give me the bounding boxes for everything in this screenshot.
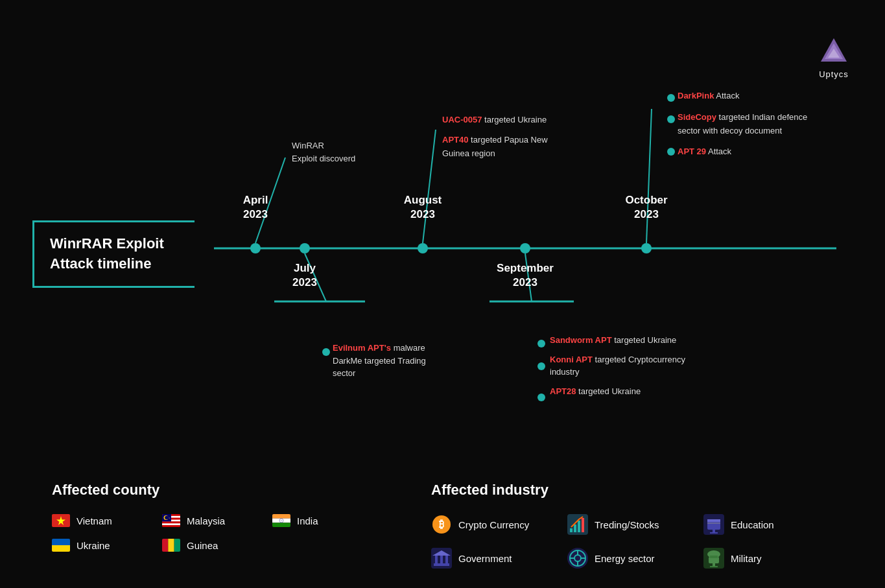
svg-rect-78 <box>710 566 718 567</box>
svg-point-35 <box>165 516 169 520</box>
april-event: WinRARExploit discoverd <box>292 139 355 165</box>
svg-text:₿: ₿ <box>439 519 444 530</box>
svg-rect-62 <box>434 563 449 566</box>
svg-point-16 <box>322 348 330 356</box>
svg-point-22 <box>667 148 675 156</box>
country-india: India <box>272 514 376 527</box>
september-label: September 2023 <box>497 255 554 290</box>
svg-point-14 <box>641 243 652 253</box>
industry-crypto-label: Crypto Currency <box>458 519 529 530</box>
industry-education: Education <box>703 514 833 535</box>
industry-education-label: Education <box>731 519 774 530</box>
main-title-text: WinrRAR Exploit Attack timeline <box>50 234 179 274</box>
svg-rect-53 <box>582 518 584 532</box>
svg-rect-42 <box>52 539 70 545</box>
country-vietnam-label: Vietnam <box>77 515 112 526</box>
energy-icon <box>567 548 588 569</box>
svg-rect-31 <box>162 523 180 525</box>
august-event-1: UAC-0057 targeted Ukraine <box>442 113 548 127</box>
flag-guinea <box>162 539 180 552</box>
country-vietnam: Vietnam <box>52 514 156 527</box>
industry-energy: Energy sector <box>567 548 697 569</box>
industry-trading: Treding/Stocks <box>567 514 697 535</box>
industry-military-label: Military <box>731 553 762 564</box>
svg-rect-51 <box>574 524 576 532</box>
education-icon <box>703 514 724 535</box>
svg-rect-59 <box>710 532 718 534</box>
logo-area: Uptycs <box>818 36 849 79</box>
bottom-section: Affected county Vietnam <box>0 482 885 569</box>
svg-point-11 <box>520 243 530 253</box>
country-ukraine-label: Ukraine <box>77 540 110 551</box>
svg-point-18 <box>537 362 545 370</box>
industry-crypto: ₿ Crypto Currency <box>431 514 561 535</box>
logo-icon <box>818 36 849 67</box>
svg-point-19 <box>537 394 545 401</box>
svg-rect-63 <box>435 556 438 563</box>
april-label: April 2023 <box>243 193 268 222</box>
svg-rect-52 <box>578 521 580 532</box>
logo-label: Uptycs <box>819 69 849 79</box>
oct-event-2: SideCopy targeted Indian defencesector w… <box>678 111 807 138</box>
government-icon <box>431 548 452 569</box>
july-highlight: Evilnum APT's <box>333 343 391 353</box>
country-guinea-label: Guinea <box>187 540 218 551</box>
svg-rect-58 <box>713 530 715 532</box>
svg-line-15 <box>646 109 652 243</box>
oct-event-1: DarkPink Attack <box>678 89 807 103</box>
svg-rect-39 <box>272 523 290 527</box>
april-event-text: WinRARExploit discoverd <box>292 139 355 165</box>
october-events: DarkPink Attack SideCopy targeted Indian… <box>678 89 807 159</box>
sep-event-1: Sandworm APT targeted Ukraine <box>550 334 685 347</box>
july-event: Evilnum APT's malwareDarkMe targeted Tra… <box>333 342 426 380</box>
october-label: October 2023 <box>625 193 667 222</box>
august-label: August 2023 <box>404 193 442 222</box>
flag-ukraine <box>52 539 70 552</box>
august-events: UAC-0057 targeted Ukraine APT40 targeted… <box>442 113 548 160</box>
svg-rect-56 <box>707 519 720 522</box>
country-guinea: Guinea <box>162 539 266 552</box>
country-malaysia-label: Malaysia <box>187 515 225 526</box>
country-ukraine: Ukraine <box>52 539 156 552</box>
svg-rect-65 <box>445 556 448 563</box>
sep-event-3: APT28 targeted Ukraine <box>550 385 685 398</box>
sep-event-2: Konni APT targeted Cryptocurrencyindustr… <box>550 353 685 379</box>
august-event-2: APT40 targeted Papua NewGuinea region <box>442 134 548 161</box>
affected-industry-section: Affected industry ₿ Crypto Currency <box>431 482 833 569</box>
svg-point-21 <box>667 115 675 123</box>
svg-point-17 <box>537 340 545 347</box>
country-india-label: India <box>297 515 318 526</box>
svg-point-9 <box>418 243 428 253</box>
svg-rect-50 <box>570 528 572 532</box>
svg-rect-76 <box>710 556 718 558</box>
svg-rect-46 <box>174 539 180 552</box>
affected-county-title: Affected county <box>52 482 431 499</box>
svg-rect-37 <box>272 514 290 519</box>
svg-rect-44 <box>162 539 168 552</box>
industry-grid: ₿ Crypto Currency Tredin <box>431 514 833 569</box>
svg-rect-64 <box>440 556 443 563</box>
svg-line-10 <box>423 130 436 243</box>
military-icon <box>703 548 724 569</box>
svg-rect-32 <box>162 525 180 527</box>
trading-icon <box>567 514 588 535</box>
country-malaysia: Malaysia <box>162 514 266 527</box>
flag-vietnam <box>52 514 70 527</box>
affected-industry-title: Affected industry <box>431 482 833 499</box>
industry-military: Military <box>703 548 833 569</box>
svg-point-6 <box>300 243 310 253</box>
july-label: July 2023 <box>292 255 317 290</box>
september-events: Sandworm APT targeted Ukraine Konni APT … <box>550 334 685 397</box>
svg-rect-30 <box>162 521 180 523</box>
flag-malaysia <box>162 514 180 527</box>
oct-event-3: APT 29 Attack <box>678 145 807 159</box>
svg-point-41 <box>281 521 282 521</box>
svg-rect-45 <box>168 539 174 552</box>
industry-government-label: Government <box>458 553 512 564</box>
svg-point-20 <box>667 94 675 102</box>
main-title-box: WinrRAR Exploit Attack timeline <box>32 220 195 288</box>
svg-point-4 <box>250 243 261 253</box>
svg-rect-43 <box>52 545 70 552</box>
crypto-icon: ₿ <box>431 514 452 535</box>
industry-government: Government <box>431 548 561 569</box>
